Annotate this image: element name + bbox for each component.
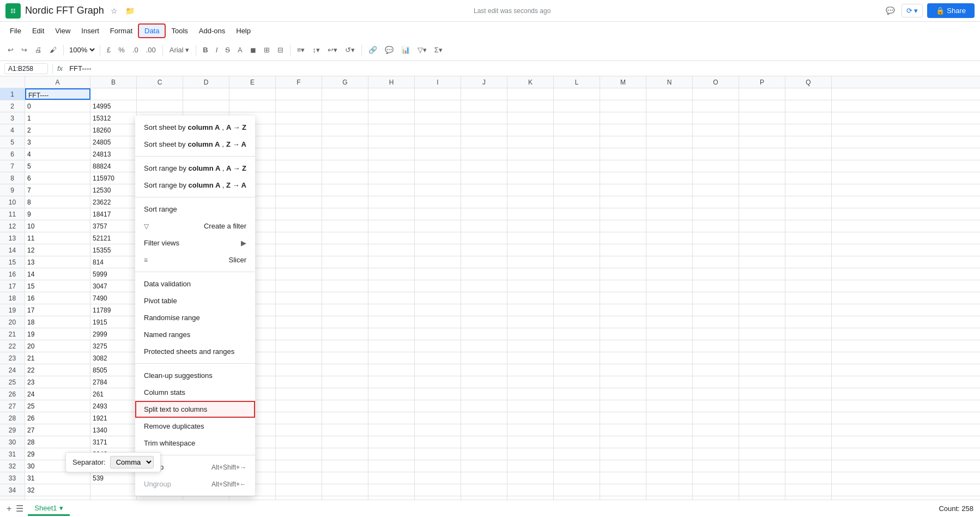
cell-empty[interactable] <box>276 424 322 436</box>
menu-edit[interactable]: Edit <box>27 25 50 37</box>
cell-empty[interactable] <box>554 316 600 328</box>
cell-empty[interactable] <box>785 268 832 280</box>
cell-empty[interactable] <box>693 484 739 496</box>
cell-a[interactable]: 22 <box>25 364 90 376</box>
cell-empty[interactable] <box>415 100 461 112</box>
cell-empty[interactable] <box>322 292 368 304</box>
cell-empty[interactable] <box>461 220 507 232</box>
cell-b[interactable]: 3171 <box>90 436 137 448</box>
cell-empty[interactable] <box>646 316 693 328</box>
cell-empty[interactable] <box>600 376 646 388</box>
cell-empty[interactable] <box>693 448 739 460</box>
cell-empty[interactable] <box>276 124 322 136</box>
cell-empty[interactable] <box>554 172 600 184</box>
menu-data[interactable]: Data <box>138 23 166 38</box>
cell-empty[interactable] <box>507 100 554 112</box>
cell-empty[interactable] <box>646 196 693 208</box>
cell-b[interactable]: 11789 <box>90 304 137 316</box>
cell-empty[interactable] <box>276 292 322 304</box>
cell-empty[interactable] <box>739 136 785 148</box>
function-button[interactable]: Σ▾ <box>431 44 446 56</box>
cell-empty[interactable] <box>554 232 600 244</box>
cell-empty[interactable] <box>507 328 554 340</box>
cell-empty[interactable] <box>322 340 368 352</box>
cell-empty[interactable] <box>785 364 832 376</box>
cell-empty[interactable] <box>554 244 600 256</box>
text-color-button[interactable]: A <box>234 44 246 56</box>
cell-empty[interactable] <box>693 160 739 172</box>
zoom-selector[interactable]: 100% <box>67 45 96 55</box>
cell-empty[interactable] <box>693 292 739 304</box>
cell-empty[interactable] <box>646 244 693 256</box>
cell-empty[interactable] <box>368 244 415 256</box>
cell-empty[interactable] <box>276 328 322 340</box>
cell-empty[interactable] <box>276 148 322 160</box>
cell-empty[interactable] <box>739 400 785 412</box>
cell-empty[interactable] <box>415 484 461 496</box>
cell-empty[interactable] <box>693 436 739 448</box>
cell-empty[interactable] <box>739 172 785 184</box>
cell-empty[interactable] <box>368 400 415 412</box>
cell-a[interactable]: 8 <box>25 196 90 208</box>
cell-empty[interactable] <box>322 328 368 340</box>
cell-empty[interactable] <box>415 328 461 340</box>
undo-button[interactable]: ↩ <box>4 44 17 56</box>
cell-a[interactable]: 31 <box>25 472 90 484</box>
cell-empty[interactable] <box>554 136 600 148</box>
cell-empty[interactable] <box>693 364 739 376</box>
cell-empty[interactable] <box>554 484 600 496</box>
cell-a[interactable]: 12 <box>25 244 90 256</box>
cell-empty[interactable] <box>739 352 785 364</box>
menu-randomise-range[interactable]: Randomise range <box>135 309 255 326</box>
cell-empty[interactable] <box>415 436 461 448</box>
comment-toolbar-button[interactable]: 💬 <box>382 44 397 56</box>
cell-a[interactable]: 17 <box>25 304 90 316</box>
cell-empty[interactable] <box>276 136 322 148</box>
cell-empty[interactable] <box>785 328 832 340</box>
cell-empty[interactable] <box>646 328 693 340</box>
cell-empty[interactable] <box>507 340 554 352</box>
cell-empty[interactable] <box>322 364 368 376</box>
cell-b[interactable]: 18417 <box>90 208 137 220</box>
cell-empty[interactable] <box>554 100 600 112</box>
cell-empty[interactable] <box>600 88 646 100</box>
cell-empty[interactable] <box>461 364 507 376</box>
cell-empty[interactable] <box>137 88 183 100</box>
menu-tools[interactable]: Tools <box>166 25 193 37</box>
cell-empty[interactable] <box>415 448 461 460</box>
cell-a[interactable]: 14 <box>25 268 90 280</box>
cell-empty[interactable] <box>368 172 415 184</box>
cell-empty[interactable] <box>461 388 507 400</box>
menu-insert[interactable]: Insert <box>76 25 105 37</box>
cell-b[interactable] <box>90 484 137 496</box>
strikethrough-button[interactable]: S <box>222 44 233 56</box>
menu-slicer[interactable]: ≡ Slicer <box>135 251 255 268</box>
cell-empty[interactable] <box>507 280 554 292</box>
cell-empty[interactable] <box>368 364 415 376</box>
cell-empty[interactable] <box>415 88 461 100</box>
cell-empty[interactable] <box>646 256 693 268</box>
cell-empty[interactable] <box>785 256 832 268</box>
cell-empty[interactable] <box>507 160 554 172</box>
cell-empty[interactable] <box>693 340 739 352</box>
cell-empty[interactable] <box>646 460 693 472</box>
cell-a[interactable]: 25 <box>25 400 90 412</box>
cell-empty[interactable] <box>415 304 461 316</box>
cell-empty[interactable] <box>276 244 322 256</box>
cell-empty[interactable] <box>693 376 739 388</box>
cell-empty[interactable] <box>554 448 600 460</box>
cell-empty[interactable] <box>646 448 693 460</box>
cell-empty[interactable] <box>276 88 322 100</box>
cell-empty[interactable] <box>322 352 368 364</box>
cell-empty[interactable] <box>693 136 739 148</box>
folder-icon[interactable]: 📁 <box>123 4 137 17</box>
cell-empty[interactable] <box>276 196 322 208</box>
cell-empty[interactable] <box>507 172 554 184</box>
cell-a[interactable]: 2 <box>25 124 90 136</box>
cell-empty[interactable] <box>368 196 415 208</box>
cell-b[interactable]: 1340 <box>90 424 137 436</box>
cell-empty[interactable] <box>322 280 368 292</box>
cell-empty[interactable] <box>461 328 507 340</box>
cell-empty[interactable] <box>507 256 554 268</box>
cell-empty[interactable] <box>693 388 739 400</box>
